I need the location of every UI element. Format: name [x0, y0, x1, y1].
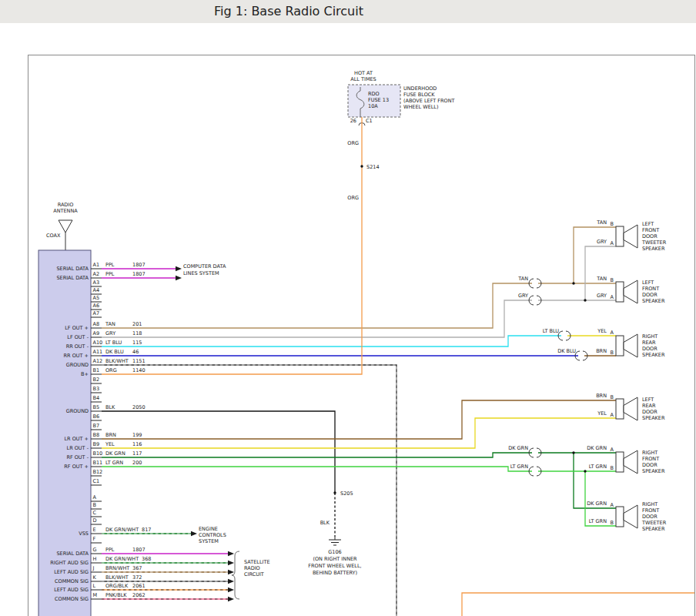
wire-circuit-label: 118 [132, 330, 142, 336]
pin-function-label: RR OUT - [66, 343, 89, 350]
speaker-name: SPEAKER [642, 246, 665, 252]
wire-circuit-label: 2062 [132, 592, 146, 598]
pin-function-label: SERIAL DATA [56, 275, 89, 281]
system-label: CONTROLS [199, 532, 226, 538]
wire-color-label: BRN [596, 393, 607, 399]
speaker-terminal-label: A [611, 240, 614, 246]
speaker-name: LEFT [642, 221, 654, 227]
hot-label: ALL TIMES [350, 76, 376, 82]
pin-id: J [92, 565, 95, 571]
wire-color-label: YEL [105, 441, 115, 447]
pin-function-label: COMMON SIG [55, 596, 89, 602]
pin-id: A11 [93, 349, 103, 355]
pin-id: A12 [93, 358, 103, 364]
speaker-icon [616, 336, 624, 356]
fuse-label: FUSE 13 [368, 97, 389, 103]
fuse-label: 10A [368, 103, 378, 109]
speaker-name: SPEAKER [642, 298, 665, 304]
speaker-terminal-label: A [611, 330, 614, 336]
junction-dot [333, 491, 336, 494]
wire-circuit-label: 46 [132, 349, 139, 355]
pin-id: B8 [93, 432, 100, 438]
pin-function-label: RF OUT + [64, 464, 89, 470]
pin-id: B6 [93, 413, 100, 420]
wire-color-label: ORG [105, 367, 117, 373]
speaker-name: DOOR [642, 292, 658, 298]
wiring-diagram: HOT AT ALL TIMES RDO FUSE 13 10A UNDERHO… [0, 0, 696, 616]
speaker-name: RIGHT [642, 450, 658, 456]
system-label: COMPUTER DATA [183, 263, 226, 270]
speaker-name: DOOR [642, 462, 658, 468]
ground-location: FRONT WHEEL WELL, [308, 563, 361, 569]
speaker-terminal-label: B [611, 350, 614, 356]
wire-circuit-label: 372 [132, 574, 142, 581]
wire-circuit-label: 1140 [132, 367, 146, 373]
fuse-block-label: FUSE BLOCK [403, 92, 435, 98]
speaker-icon [616, 399, 624, 419]
pin-id: A9 [93, 330, 100, 336]
pin-id: A3 [93, 280, 100, 286]
fuse-label: RDO [368, 91, 380, 97]
wire-circuit-label: 2061 [132, 583, 146, 589]
system-label: ENGINE [199, 526, 218, 532]
fuse-block-label: UNDERHOOD [403, 85, 437, 92]
pin-id: B7 [93, 423, 100, 429]
wire-color-label: BRN [596, 348, 607, 354]
wire-color-label: DK GRN/WHT [105, 556, 139, 562]
pin-function-label: LR OUT + [64, 436, 89, 442]
wire-color-label: PNK/BLK [105, 592, 127, 598]
wire-circuit-label: 1807 [132, 271, 146, 277]
pin-function-label: RIGHT AUD SIG [50, 560, 89, 566]
speaker-name: LEFT [642, 397, 654, 403]
antenna-label: ANTENNA [53, 208, 78, 214]
pin-id: D [93, 517, 97, 524]
pin-id: B11 [93, 460, 103, 466]
speaker-name: RIGHT [642, 501, 658, 507]
speaker-name: REAR [642, 403, 656, 409]
system-label: CIRCUIT [244, 571, 264, 578]
pin-id: G [93, 547, 97, 553]
wire-color-label: LT GRN [589, 518, 607, 524]
splice-label: S205 [340, 490, 353, 497]
system-label: SYSTEM [199, 538, 219, 544]
pin-id: B4 [93, 395, 100, 401]
speaker-terminal-label: B [611, 520, 614, 526]
wire-circuit-label: 1807 [132, 547, 146, 553]
wire-color-label: ORG/BLK [105, 583, 129, 589]
wire-circuit-label: 1807 [132, 262, 146, 268]
speaker-terminal-label: A [611, 447, 614, 453]
speaker-name: TWEETER [641, 239, 667, 246]
wire-color-label: YEL [597, 328, 607, 334]
pin-id: C1 [93, 478, 100, 484]
ground-location: BEHIND BATTERY) [313, 570, 357, 576]
wire-color-label: TAN [105, 321, 115, 327]
pin-function-label: GROUND [66, 362, 89, 368]
wire-color-label: BLK [105, 404, 115, 410]
pin-id: B1 [93, 367, 100, 373]
pin-function-label: SERIAL DATA [56, 551, 89, 557]
speaker-name: DOOR [642, 409, 658, 415]
pin-id: M [93, 592, 98, 598]
pin-id: B9 [93, 441, 100, 447]
speaker-name: RIGHT [642, 333, 658, 340]
fuse-pin-label: 26 [350, 118, 356, 124]
wire-color-label: LT BLU [543, 328, 560, 334]
wire-color-label: BLK/WHT [105, 358, 129, 364]
wire-circuit-label: 1151 [132, 358, 146, 364]
pin-id: A6 [93, 303, 100, 309]
wire-color-label: ORG [347, 195, 359, 201]
wire-circuit-label: 817 [142, 527, 151, 533]
speaker-name: REAR [642, 340, 656, 346]
junction-dot [572, 282, 574, 284]
pin-function-label: LR OUT - [67, 445, 89, 451]
pin-function-label: RF OUT - [66, 454, 89, 460]
junction-dot [572, 451, 574, 454]
wire-color-label: LT GRN [589, 464, 607, 470]
speaker-terminal-label: B [611, 394, 614, 400]
speaker-name: SPEAKER [642, 468, 665, 474]
speaker-name: SPEAKER [642, 415, 665, 421]
speaker-name: FRONT [642, 507, 659, 514]
pin-id: B2 [93, 377, 100, 383]
wire-color-label: DK GRN [105, 450, 125, 457]
speaker-name: FRONT [642, 456, 659, 462]
